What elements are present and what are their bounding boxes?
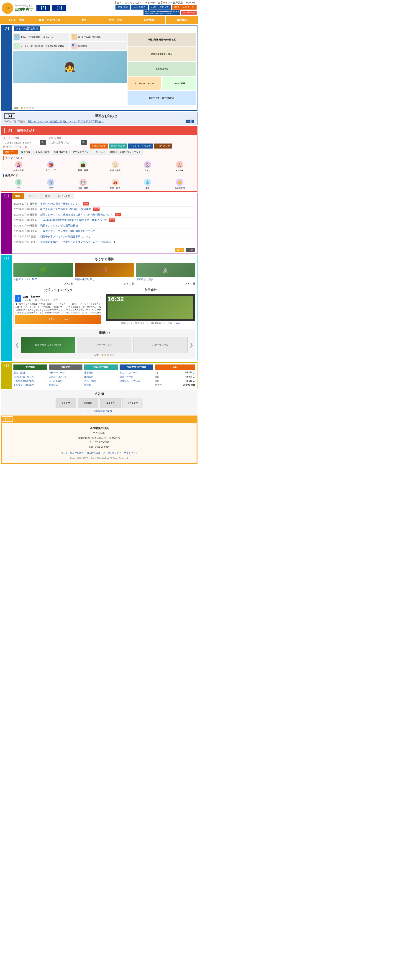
footer-link-4[interactable]: サイトマップ — [124, 450, 138, 455]
rss-btn[interactable]: RSS — [175, 248, 184, 252]
pr-prev-arrow[interactable]: ❮ — [15, 342, 19, 348]
nav-honbun[interactable]: 本文へ — [114, 1, 122, 4]
life-item-shushoku[interactable]: 💼 就職・就職 — [68, 161, 98, 172]
news-title-8[interactable]: 空家等対策検討子【空家のことを考えてみませんか～空家の3R～】 — [40, 240, 116, 244]
ad-banner-link[interactable]: バナー広告掲載のご案内 — [3, 410, 196, 413]
link-mayor-mail[interactable]: 市長へのメール — [49, 371, 65, 374]
tag-shinbun[interactable]: 新聞 — [108, 150, 117, 154]
btn-calendar[interactable]: カレンダーでさがす — [128, 143, 153, 148]
link-kaiken[interactable]: 記者会見・記者発表 — [119, 380, 140, 382]
ad-item-4[interactable]: 広告募集中 — [122, 398, 143, 408]
nav-kosodate[interactable]: 子育て — [66, 16, 99, 24]
link-soshiki[interactable]: 組織案内 — [84, 375, 94, 378]
opt-page[interactable]: ページ — [15, 146, 22, 148]
link-kotsu[interactable]: 公共交通機関別情報 — [13, 380, 34, 382]
guide-item-shizei[interactable]: 🏛️ 市税 — [35, 178, 67, 189]
kosodate-section[interactable]: 四国中央市 子育て支援拠点 — [127, 91, 196, 105]
pr-item-1[interactable]: バナーサンプル — [77, 337, 131, 353]
nav-shisetsu[interactable]: 施設案内 — [165, 16, 198, 24]
nav-kyujitsu[interactable]: 休日当番表 — [131, 5, 148, 10]
tab-event[interactable]: イベント — [24, 193, 41, 199]
news-title-3[interactable]: 新型コロナウィルス感染症感症に伴うマスクの無料配布について — [40, 213, 113, 216]
guide-item-shobo[interactable]: 🚒 消防・防災 — [100, 178, 131, 189]
nav-language[interactable]: language — [145, 1, 155, 4]
link-chosha[interactable]: 庁舎案内 — [84, 371, 94, 374]
nav-hajimete[interactable]: はじめての方へ — [125, 1, 142, 4]
ad-item-2[interactable]: 丸住製紙 — [78, 398, 98, 408]
link-reiki[interactable]: 例規集 — [84, 383, 91, 386]
tag-ongaku[interactable]: 音楽/パフォーマンス — [118, 150, 143, 154]
ichiran-btn-s6[interactable]: 一覧 — [186, 248, 195, 252]
link-soudan[interactable]: 相談窓口 — [49, 383, 58, 386]
life-item-okuyami[interactable]: 🙏 おくやみ — [164, 161, 195, 172]
keyword-input[interactable] — [3, 140, 40, 145]
news-title-5[interactable]: 職員インフルエンザ定期予防接種 — [40, 224, 78, 228]
news-title-1[interactable]: 市営住宅の入居者を募集しています — [40, 202, 80, 205]
furusato-section[interactable]: ふるさと納税 — [162, 76, 196, 90]
keyword-search-btn[interactable]: 🔍 — [40, 140, 46, 145]
btn-bunrui[interactable]: 分類でさがす — [154, 143, 172, 148]
id-search-btn[interactable]: 🔍 — [81, 140, 87, 145]
tag-sakura[interactable]: 桜まつり — [19, 150, 32, 154]
ad-item-3[interactable]: エルモア — [100, 398, 121, 408]
nav-kenko[interactable]: 健康・まちづくり — [33, 16, 66, 24]
mayor-section[interactable]: 市長の部屋 西国中央市長 篠原 — [127, 33, 196, 46]
event-title-3[interactable]: 塩塚高原山焼き — [136, 278, 195, 281]
tag-koho[interactable]: 広報四国中央 — [52, 150, 70, 154]
nav-koho[interactable]: 防災・広報メール — [172, 5, 197, 10]
link-faq[interactable]: よくある質問 — [49, 380, 62, 382]
opt-pdf[interactable]: PDF — [24, 146, 28, 148]
life-item-ninshin[interactable]: 🤱 妊娠・出産 — [3, 161, 34, 172]
life-item-hikkoshi[interactable]: 🏠 引越し — [132, 161, 163, 172]
news-title-4[interactable]: 【令和2年度四国中央市地域おこし協力員の】募集について — [40, 218, 107, 222]
section4-ichiran[interactable]: 一覧 — [186, 120, 194, 123]
ad-item-1[interactable]: コロナ77 — [56, 398, 76, 408]
footer-link-1[interactable]: リンク・取材申し込み — [61, 450, 84, 455]
link-gomi[interactable]: ごみの分別・出し方 — [13, 375, 34, 378]
pr-item-furusato[interactable]: 四国中央市 ふるさと納税 — [21, 337, 75, 353]
tab-joho[interactable]: 情報 — [12, 193, 24, 199]
news-title-2[interactable]: 紙のまちの子育て応援 乳児紙おむつ交給事業 — [40, 207, 91, 211]
tag-araii[interactable]: あらいい — [94, 150, 107, 154]
nav-shisei[interactable]: 市政情報 — [132, 16, 165, 24]
council-section[interactable]: 四国中央市議会々 議会 — [127, 48, 196, 61]
guide-item-suido[interactable]: 💧 水道 — [132, 178, 163, 189]
nav-kurashi[interactable]: くらし・手続 — [0, 16, 33, 24]
guide-item-gomi[interactable]: 🗑️ ごみ — [3, 178, 34, 189]
section4-news-link[interactable]: 新型コロナウィルス感染症の対応について（2020年10月17日現在） — [27, 120, 104, 123]
id-input[interactable] — [49, 140, 81, 145]
pr-item-2[interactable]: バナーサンプル — [133, 337, 188, 353]
footer-link-2[interactable]: 個人情報保護 — [87, 450, 100, 455]
event-title-1[interactable]: 子育てフェスタ 2020 — [13, 278, 73, 281]
clock-link[interactable]: 投稿はこちら — [168, 322, 180, 325]
link-profile[interactable]: 市のプロフィール — [119, 371, 138, 374]
tab-boshu[interactable]: 募集 — [41, 193, 54, 199]
link-tokei[interactable]: 統計・データ — [119, 375, 133, 378]
link-machi[interactable]: まちづくり出前講座 — [13, 383, 34, 386]
nav-bousai-anzen[interactable]: 防災・安全 — [99, 16, 132, 24]
link-todoke[interactable]: 届出・証明 — [13, 371, 25, 374]
guide-item-korei[interactable]: 👴 高齢者支援 — [164, 178, 195, 189]
news-title-7[interactable]: 四国中央市プレミアム付商品券事業について — [40, 235, 91, 238]
nav-mypage[interactable]: Myページ — [186, 1, 197, 4]
footer-link-3[interactable]: アクセシビリティ — [103, 450, 121, 455]
pr-next-arrow[interactable]: ❯ — [189, 342, 194, 348]
guide-item-byoin[interactable]: 🏥 病院・救急 — [68, 178, 98, 189]
nav-bousai[interactable]: 防災情報 — [116, 5, 130, 10]
tag-taiken[interactable]: 体験ワード — [3, 150, 18, 154]
koho-section[interactable]: 広報四国中央 — [127, 62, 196, 76]
opt-all[interactable]: ▶ すべて — [3, 146, 13, 148]
sns-badge[interactable]: 公式SNS一覧 — [181, 11, 197, 14]
event-title-2[interactable]: 四国中央市秋祭り — [75, 278, 134, 281]
news-title-6[interactable]: 【直道パフォーマンス甲子園】国際使用について — [40, 229, 95, 233]
shiko-section[interactable]: しこちゅ～の おへや — [127, 76, 161, 90]
life-item-nyuugaku[interactable]: 🎒 入学・入学 — [35, 161, 67, 172]
link-iken[interactable]: ご意見・コメント — [49, 375, 67, 378]
tag-amando[interactable]: アマンドタクシー — [71, 150, 93, 154]
life-item-kekkon[interactable]: 💍 結婚・婚姻 — [100, 161, 131, 172]
nav-fontsize[interactable]: 文字サイズ・音声読上 — [158, 1, 183, 4]
link-nyusatsu[interactable]: 入札・契約 — [84, 380, 96, 382]
tab-topics[interactable]: トピックス — [54, 193, 74, 199]
btn-soshiki[interactable]: 組織でさがす — [90, 143, 108, 148]
nav-hazard[interactable]: ハザードマップ — [149, 5, 171, 10]
